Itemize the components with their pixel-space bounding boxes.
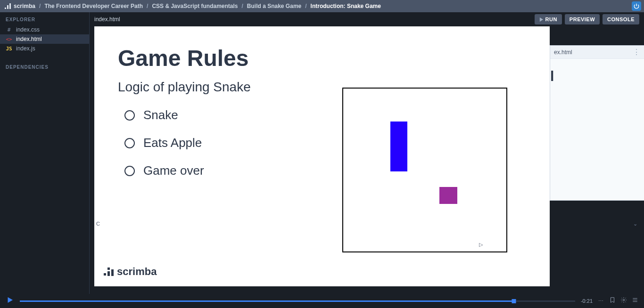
ellipsis-icon[interactable]: ⋯	[598, 298, 603, 304]
preview-button[interactable]: PREVIEW	[565, 14, 600, 24]
tab-row: index.html RUN PREVIEW CONSOLE	[90, 12, 644, 26]
separator: /	[242, 3, 243, 9]
seek-knob[interactable]	[512, 299, 516, 303]
file-item-css[interactable]: # index.css	[0, 25, 89, 34]
preview-header: ex.html ⋮	[550, 46, 644, 59]
file-item-js[interactable]: JS index.js	[0, 44, 89, 53]
chevron-down-icon[interactable]: ⌄	[633, 221, 637, 227]
dependencies-title: DEPENDENCIES	[0, 60, 89, 73]
content-area: index.html RUN PREVIEW CONSOLE Game Rule…	[90, 12, 644, 294]
action-buttons: RUN PREVIEW CONSOLE	[535, 14, 639, 24]
rule-label: Eats Apple	[143, 136, 202, 150]
menu-icon[interactable]	[632, 297, 638, 305]
file-label: index.css	[16, 26, 40, 33]
slide-brand: scrimba	[104, 266, 157, 278]
brand-label: scrimba	[14, 3, 35, 9]
preview-content-heading: l	[550, 59, 644, 84]
run-label: RUN	[545, 16, 557, 22]
explorer-title: EXPLORER	[0, 12, 89, 25]
sidebar: EXPLORER # index.css <> index.html JS in…	[0, 12, 90, 294]
time-remaining: -0:21	[581, 298, 593, 304]
run-button[interactable]: RUN	[535, 14, 562, 24]
logo-icon	[104, 267, 114, 276]
lower-left-letter: C	[96, 221, 100, 227]
apple-block	[439, 187, 457, 204]
bookmark-icon[interactable]	[609, 297, 616, 305]
preview-panel: ex.html ⋮ l	[550, 45, 644, 201]
rule-label: Snake	[143, 108, 178, 122]
angle-brackets-icon: <>	[6, 36, 12, 42]
console-label: CONSOLE	[607, 16, 635, 22]
cursor-icon: ▷	[479, 242, 483, 248]
breadcrumb-bar: scrimba / The Frontend Developer Career …	[0, 0, 644, 12]
power-button[interactable]	[632, 1, 641, 11]
separator: /	[305, 3, 306, 9]
file-item-html[interactable]: <> index.html	[0, 34, 89, 44]
js-icon: JS	[6, 46, 12, 52]
console-button[interactable]: CONSOLE	[603, 14, 639, 24]
open-file-tab[interactable]: index.html	[94, 16, 120, 23]
crumb-project[interactable]: Build a Snake Game	[247, 3, 301, 9]
gear-icon[interactable]	[620, 297, 627, 305]
file-label: index.html	[16, 36, 42, 42]
slide-canvas: Game Rules Logic of playing Snake Snake …	[94, 26, 550, 286]
slide-brand-label: scrimba	[117, 266, 157, 278]
play-icon	[539, 17, 544, 22]
svg-point-0	[623, 299, 625, 301]
hash-icon: #	[6, 27, 12, 33]
lower-strip: C ⌄	[90, 219, 644, 228]
crumb-path[interactable]: The Frontend Developer Career Path	[44, 3, 143, 9]
main-layout: EXPLORER # index.css <> index.html JS in…	[0, 12, 644, 294]
snake-block	[390, 122, 407, 171]
crumb-module[interactable]: CSS & JavaScript fundamentals	[152, 3, 238, 9]
slide-title: Game Rules	[118, 45, 526, 71]
player-icons	[609, 297, 638, 305]
separator: /	[147, 3, 148, 9]
play-button[interactable]	[6, 296, 14, 306]
kebab-icon[interactable]: ⋮	[633, 48, 640, 57]
crumb-current: Introduction: Snake Game	[311, 3, 381, 9]
seek-track[interactable]	[20, 300, 575, 302]
preview-label: PREVIEW	[570, 16, 595, 22]
brand[interactable]: scrimba	[5, 3, 35, 9]
rule-label: Game over	[143, 163, 204, 178]
preview-tab-label[interactable]: ex.html	[554, 49, 572, 56]
separator: /	[39, 3, 41, 9]
seek-progress	[20, 300, 514, 302]
player-bar: -0:21 ⋯	[0, 294, 644, 308]
file-label: index.js	[16, 45, 35, 52]
